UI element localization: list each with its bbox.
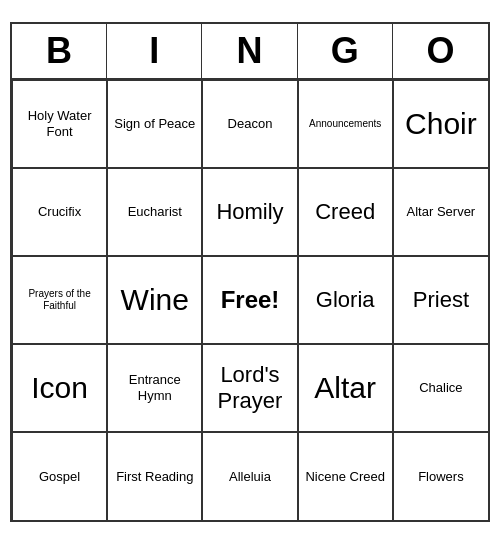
bingo-cell: Altar Server bbox=[393, 168, 488, 256]
bingo-cell: Alleluia bbox=[202, 432, 297, 520]
cell-text: Icon bbox=[31, 370, 88, 406]
bingo-cell: Priest bbox=[393, 256, 488, 344]
bingo-cell: Flowers bbox=[393, 432, 488, 520]
bingo-cell: Wine bbox=[107, 256, 202, 344]
bingo-cell: Deacon bbox=[202, 80, 297, 168]
bingo-cell: Sign of Peace bbox=[107, 80, 202, 168]
cell-text: Chalice bbox=[419, 380, 462, 396]
bingo-cell: Crucifix bbox=[12, 168, 107, 256]
bingo-cell: Choir bbox=[393, 80, 488, 168]
cell-text: Gospel bbox=[39, 469, 80, 485]
header-letter: I bbox=[107, 24, 202, 78]
cell-text: Wine bbox=[121, 282, 189, 318]
bingo-cell: Gospel bbox=[12, 432, 107, 520]
cell-text: Sign of Peace bbox=[114, 116, 195, 132]
header-letter: B bbox=[12, 24, 107, 78]
bingo-cell: Prayers of the Faithful bbox=[12, 256, 107, 344]
cell-text: Creed bbox=[315, 199, 375, 225]
bingo-cell: Free! bbox=[202, 256, 297, 344]
cell-text: Crucifix bbox=[38, 204, 81, 220]
cell-text: Free! bbox=[221, 286, 280, 315]
cell-text: Choir bbox=[405, 106, 477, 142]
bingo-cell: Nicene Creed bbox=[298, 432, 393, 520]
cell-text: Nicene Creed bbox=[305, 469, 385, 485]
bingo-cell: Altar bbox=[298, 344, 393, 432]
bingo-cell: First Reading bbox=[107, 432, 202, 520]
cell-text: Gloria bbox=[316, 287, 375, 313]
bingo-cell: Announcements bbox=[298, 80, 393, 168]
bingo-cell: Homily bbox=[202, 168, 297, 256]
bingo-cell: Icon bbox=[12, 344, 107, 432]
cell-text: Flowers bbox=[418, 469, 464, 485]
bingo-cell: Chalice bbox=[393, 344, 488, 432]
cell-text: Lord's Prayer bbox=[207, 362, 292, 415]
header-letter: O bbox=[393, 24, 488, 78]
cell-text: First Reading bbox=[116, 469, 193, 485]
header-letter: N bbox=[202, 24, 297, 78]
bingo-cell: Holy Water Font bbox=[12, 80, 107, 168]
cell-text: Holy Water Font bbox=[17, 108, 102, 139]
cell-text: Eucharist bbox=[128, 204, 182, 220]
header-letter: G bbox=[298, 24, 393, 78]
cell-text: Priest bbox=[413, 287, 469, 313]
bingo-header: BINGO bbox=[12, 24, 488, 80]
cell-text: Announcements bbox=[309, 118, 381, 130]
cell-text: Alleluia bbox=[229, 469, 271, 485]
bingo-card: BINGO Holy Water FontSign of PeaceDeacon… bbox=[10, 22, 490, 522]
cell-text: Prayers of the Faithful bbox=[17, 288, 102, 312]
bingo-cell: Creed bbox=[298, 168, 393, 256]
bingo-cell: Eucharist bbox=[107, 168, 202, 256]
cell-text: Altar Server bbox=[407, 204, 476, 220]
bingo-cell: Entrance Hymn bbox=[107, 344, 202, 432]
bingo-grid: Holy Water FontSign of PeaceDeaconAnnoun… bbox=[12, 80, 488, 520]
cell-text: Entrance Hymn bbox=[112, 372, 197, 403]
bingo-cell: Gloria bbox=[298, 256, 393, 344]
cell-text: Deacon bbox=[228, 116, 273, 132]
bingo-cell: Lord's Prayer bbox=[202, 344, 297, 432]
cell-text: Altar bbox=[314, 370, 376, 406]
cell-text: Homily bbox=[216, 199, 283, 225]
